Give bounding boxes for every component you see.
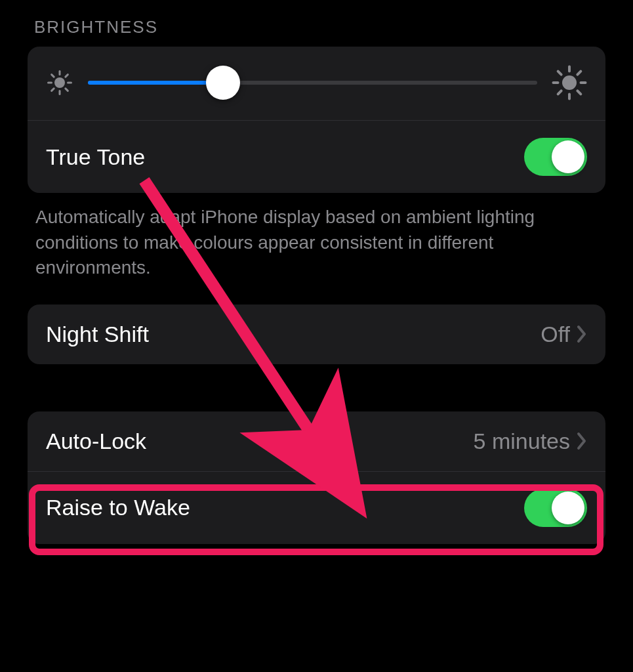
raise-to-wake-label: Raise to Wake [46, 495, 524, 520]
raise-to-wake-toggle[interactable] [524, 489, 587, 527]
chevron-right-icon [577, 432, 587, 450]
true-tone-toggle[interactable] [524, 138, 587, 176]
auto-lock-row[interactable]: Auto-Lock 5 minutes [28, 411, 605, 472]
night-shift-value: Off [541, 322, 570, 347]
brightness-high-icon [552, 65, 587, 100]
auto-lock-value: 5 minutes [474, 429, 570, 454]
night-shift-label: Night Shift [46, 322, 541, 347]
raise-to-wake-row: Raise to Wake [28, 472, 605, 544]
brightness-low-icon [46, 69, 73, 96]
autolock-group: Auto-Lock 5 minutes Raise to Wake [28, 411, 605, 544]
settings-display-screen: Brightness [0, 0, 633, 672]
true-tone-footer: Automatically adapt iPhone display based… [28, 193, 605, 304]
night-shift-row[interactable]: Night Shift Off [28, 304, 605, 364]
brightness-slider[interactable] [88, 67, 537, 98]
true-tone-label: True Tone [46, 144, 524, 170]
true-tone-row: True Tone [28, 121, 605, 193]
brightness-slider-row [28, 47, 605, 121]
auto-lock-label: Auto-Lock [46, 429, 474, 454]
brightness-section-header: Brightness [28, 13, 605, 47]
chevron-right-icon [577, 325, 587, 343]
night-shift-group: Night Shift Off [28, 304, 605, 364]
brightness-group: True Tone [28, 47, 605, 193]
